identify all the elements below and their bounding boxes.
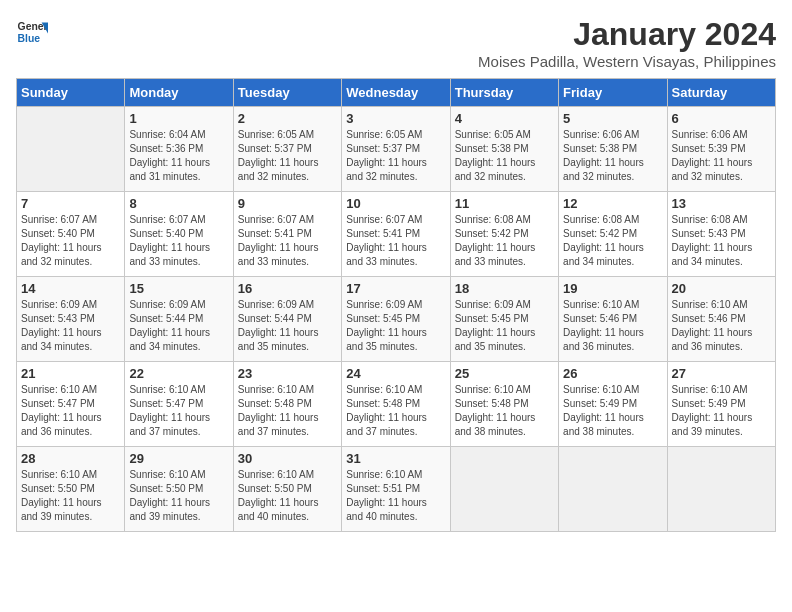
calendar-cell	[450, 447, 558, 532]
title-area: January 2024 Moises Padilla, Western Vis…	[478, 16, 776, 70]
calendar-cell: 22Sunrise: 6:10 AM Sunset: 5:47 PM Dayli…	[125, 362, 233, 447]
cell-info: Sunrise: 6:05 AM Sunset: 5:38 PM Dayligh…	[455, 128, 554, 184]
day-header-monday: Monday	[125, 79, 233, 107]
day-number: 16	[238, 281, 337, 296]
day-number: 8	[129, 196, 228, 211]
cell-info: Sunrise: 6:10 AM Sunset: 5:50 PM Dayligh…	[129, 468, 228, 524]
cell-info: Sunrise: 6:08 AM Sunset: 5:42 PM Dayligh…	[563, 213, 662, 269]
cell-info: Sunrise: 6:07 AM Sunset: 5:40 PM Dayligh…	[21, 213, 120, 269]
calendar-cell: 11Sunrise: 6:08 AM Sunset: 5:42 PM Dayli…	[450, 192, 558, 277]
cell-info: Sunrise: 6:07 AM Sunset: 5:41 PM Dayligh…	[238, 213, 337, 269]
cell-info: Sunrise: 6:10 AM Sunset: 5:49 PM Dayligh…	[672, 383, 771, 439]
day-number: 3	[346, 111, 445, 126]
cell-info: Sunrise: 6:05 AM Sunset: 5:37 PM Dayligh…	[238, 128, 337, 184]
calendar-cell: 10Sunrise: 6:07 AM Sunset: 5:41 PM Dayli…	[342, 192, 450, 277]
calendar-table: SundayMondayTuesdayWednesdayThursdayFrid…	[16, 78, 776, 532]
cell-info: Sunrise: 6:07 AM Sunset: 5:40 PM Dayligh…	[129, 213, 228, 269]
week-row-4: 21Sunrise: 6:10 AM Sunset: 5:47 PM Dayli…	[17, 362, 776, 447]
calendar-cell: 12Sunrise: 6:08 AM Sunset: 5:42 PM Dayli…	[559, 192, 667, 277]
day-number: 20	[672, 281, 771, 296]
logo: General Blue	[16, 16, 48, 48]
day-number: 25	[455, 366, 554, 381]
day-header-saturday: Saturday	[667, 79, 775, 107]
day-number: 6	[672, 111, 771, 126]
cell-info: Sunrise: 6:10 AM Sunset: 5:47 PM Dayligh…	[129, 383, 228, 439]
calendar-cell: 18Sunrise: 6:09 AM Sunset: 5:45 PM Dayli…	[450, 277, 558, 362]
calendar-cell: 15Sunrise: 6:09 AM Sunset: 5:44 PM Dayli…	[125, 277, 233, 362]
calendar-cell: 25Sunrise: 6:10 AM Sunset: 5:48 PM Dayli…	[450, 362, 558, 447]
day-number: 9	[238, 196, 337, 211]
day-number: 21	[21, 366, 120, 381]
cell-info: Sunrise: 6:10 AM Sunset: 5:48 PM Dayligh…	[455, 383, 554, 439]
day-header-sunday: Sunday	[17, 79, 125, 107]
cell-info: Sunrise: 6:09 AM Sunset: 5:45 PM Dayligh…	[455, 298, 554, 354]
day-number: 13	[672, 196, 771, 211]
day-number: 30	[238, 451, 337, 466]
day-number: 19	[563, 281, 662, 296]
day-number: 1	[129, 111, 228, 126]
calendar-cell: 2Sunrise: 6:05 AM Sunset: 5:37 PM Daylig…	[233, 107, 341, 192]
svg-text:Blue: Blue	[18, 33, 41, 44]
calendar-cell: 30Sunrise: 6:10 AM Sunset: 5:50 PM Dayli…	[233, 447, 341, 532]
cell-info: Sunrise: 6:07 AM Sunset: 5:41 PM Dayligh…	[346, 213, 445, 269]
calendar-cell	[559, 447, 667, 532]
day-number: 27	[672, 366, 771, 381]
calendar-cell: 21Sunrise: 6:10 AM Sunset: 5:47 PM Dayli…	[17, 362, 125, 447]
location-title: Moises Padilla, Western Visayas, Philipp…	[478, 53, 776, 70]
cell-info: Sunrise: 6:09 AM Sunset: 5:44 PM Dayligh…	[129, 298, 228, 354]
calendar-cell: 3Sunrise: 6:05 AM Sunset: 5:37 PM Daylig…	[342, 107, 450, 192]
day-number: 23	[238, 366, 337, 381]
calendar-cell: 23Sunrise: 6:10 AM Sunset: 5:48 PM Dayli…	[233, 362, 341, 447]
day-number: 2	[238, 111, 337, 126]
week-row-5: 28Sunrise: 6:10 AM Sunset: 5:50 PM Dayli…	[17, 447, 776, 532]
day-number: 5	[563, 111, 662, 126]
calendar-cell: 24Sunrise: 6:10 AM Sunset: 5:48 PM Dayli…	[342, 362, 450, 447]
cell-info: Sunrise: 6:08 AM Sunset: 5:43 PM Dayligh…	[672, 213, 771, 269]
day-number: 4	[455, 111, 554, 126]
calendar-cell: 9Sunrise: 6:07 AM Sunset: 5:41 PM Daylig…	[233, 192, 341, 277]
day-header-wednesday: Wednesday	[342, 79, 450, 107]
cell-info: Sunrise: 6:06 AM Sunset: 5:38 PM Dayligh…	[563, 128, 662, 184]
calendar-cell: 7Sunrise: 6:07 AM Sunset: 5:40 PM Daylig…	[17, 192, 125, 277]
week-row-3: 14Sunrise: 6:09 AM Sunset: 5:43 PM Dayli…	[17, 277, 776, 362]
day-number: 26	[563, 366, 662, 381]
calendar-cell: 5Sunrise: 6:06 AM Sunset: 5:38 PM Daylig…	[559, 107, 667, 192]
calendar-cell: 27Sunrise: 6:10 AM Sunset: 5:49 PM Dayli…	[667, 362, 775, 447]
month-title: January 2024	[478, 16, 776, 53]
calendar-cell: 13Sunrise: 6:08 AM Sunset: 5:43 PM Dayli…	[667, 192, 775, 277]
day-number: 29	[129, 451, 228, 466]
calendar-cell: 31Sunrise: 6:10 AM Sunset: 5:51 PM Dayli…	[342, 447, 450, 532]
week-row-2: 7Sunrise: 6:07 AM Sunset: 5:40 PM Daylig…	[17, 192, 776, 277]
calendar-cell	[17, 107, 125, 192]
calendar-cell: 20Sunrise: 6:10 AM Sunset: 5:46 PM Dayli…	[667, 277, 775, 362]
calendar-cell: 16Sunrise: 6:09 AM Sunset: 5:44 PM Dayli…	[233, 277, 341, 362]
cell-info: Sunrise: 6:05 AM Sunset: 5:37 PM Dayligh…	[346, 128, 445, 184]
day-number: 18	[455, 281, 554, 296]
day-number: 11	[455, 196, 554, 211]
calendar-cell: 26Sunrise: 6:10 AM Sunset: 5:49 PM Dayli…	[559, 362, 667, 447]
cell-info: Sunrise: 6:08 AM Sunset: 5:42 PM Dayligh…	[455, 213, 554, 269]
cell-info: Sunrise: 6:10 AM Sunset: 5:48 PM Dayligh…	[346, 383, 445, 439]
day-header-friday: Friday	[559, 79, 667, 107]
day-header-thursday: Thursday	[450, 79, 558, 107]
calendar-cell: 29Sunrise: 6:10 AM Sunset: 5:50 PM Dayli…	[125, 447, 233, 532]
calendar-cell: 1Sunrise: 6:04 AM Sunset: 5:36 PM Daylig…	[125, 107, 233, 192]
logo-icon: General Blue	[16, 16, 48, 48]
day-number: 28	[21, 451, 120, 466]
cell-info: Sunrise: 6:09 AM Sunset: 5:44 PM Dayligh…	[238, 298, 337, 354]
calendar-cell	[667, 447, 775, 532]
cell-info: Sunrise: 6:06 AM Sunset: 5:39 PM Dayligh…	[672, 128, 771, 184]
calendar-cell: 8Sunrise: 6:07 AM Sunset: 5:40 PM Daylig…	[125, 192, 233, 277]
cell-info: Sunrise: 6:10 AM Sunset: 5:46 PM Dayligh…	[672, 298, 771, 354]
cell-info: Sunrise: 6:10 AM Sunset: 5:49 PM Dayligh…	[563, 383, 662, 439]
cell-info: Sunrise: 6:10 AM Sunset: 5:50 PM Dayligh…	[238, 468, 337, 524]
day-number: 22	[129, 366, 228, 381]
day-number: 24	[346, 366, 445, 381]
day-number: 15	[129, 281, 228, 296]
cell-info: Sunrise: 6:10 AM Sunset: 5:51 PM Dayligh…	[346, 468, 445, 524]
calendar-cell: 4Sunrise: 6:05 AM Sunset: 5:38 PM Daylig…	[450, 107, 558, 192]
cell-info: Sunrise: 6:10 AM Sunset: 5:46 PM Dayligh…	[563, 298, 662, 354]
day-header-row: SundayMondayTuesdayWednesdayThursdayFrid…	[17, 79, 776, 107]
day-header-tuesday: Tuesday	[233, 79, 341, 107]
day-number: 10	[346, 196, 445, 211]
